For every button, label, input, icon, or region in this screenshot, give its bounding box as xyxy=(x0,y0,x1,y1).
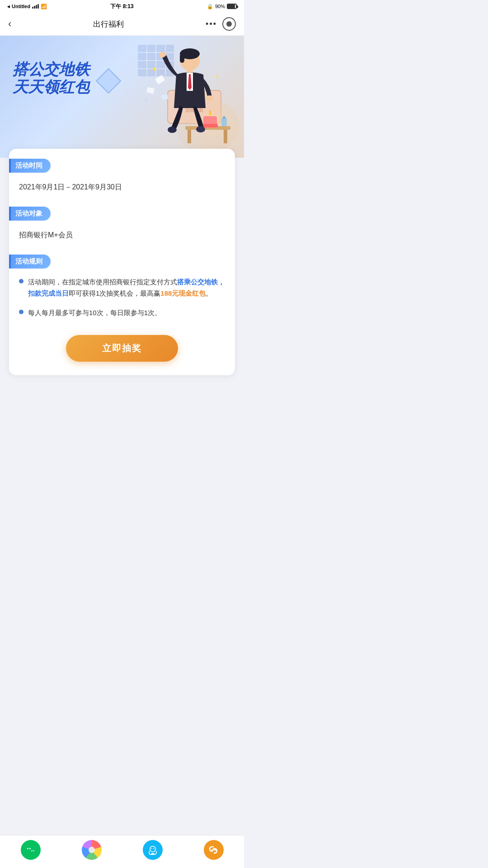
hero-text-block: 搭公交地铁 天天领红包 xyxy=(13,61,89,96)
battery-percent: 90% xyxy=(215,4,225,9)
hero-banner: 搭公交地铁 天天领红包 招商银行活动页面 xyxy=(0,36,244,158)
rule-item-2: 每人每月最多可参与10次，每日限参与1次。 xyxy=(19,307,225,319)
nav-bar: ‹ 出行福利 ••• xyxy=(0,13,244,36)
rule-highlight-prize: 188元现金红包 xyxy=(160,289,206,297)
svg-text:✦: ✦ xyxy=(151,66,157,73)
svg-rect-19 xyxy=(155,75,165,84)
svg-rect-21 xyxy=(161,94,169,100)
back-button[interactable]: ‹ xyxy=(8,18,11,30)
svg-rect-5 xyxy=(202,124,218,127)
diamond-decoration xyxy=(96,68,122,94)
rule-bullet-1 xyxy=(19,279,23,283)
svg-rect-20 xyxy=(146,87,155,94)
rule-highlight-bus: 搭乘公交地铁， xyxy=(177,278,225,286)
status-right: 🔒 90% xyxy=(207,4,237,9)
svg-text:✦: ✦ xyxy=(215,74,219,80)
battery-icon xyxy=(227,4,237,9)
hero-line2: 天天领红包 xyxy=(13,78,89,96)
section-header-rules: 活动规则 xyxy=(9,255,51,269)
svg-rect-2 xyxy=(188,130,191,143)
rule-item-1: 活动期间，在指定城市使用招商银行指定支付方式搭乘公交地铁，扣款完成当日即可获得1… xyxy=(19,277,225,299)
rule-bullet-2 xyxy=(19,310,23,314)
svg-point-18 xyxy=(196,126,205,132)
cta-wrap: 立即抽奖 xyxy=(9,330,235,362)
lock-icon: 🔒 xyxy=(207,4,213,9)
section-header-time: 活动时间 xyxy=(9,159,51,173)
more-menu-button[interactable]: ••• xyxy=(206,19,217,29)
cta-draw-button[interactable]: 立即抽奖 xyxy=(66,335,178,362)
page-content: 搭公交地铁 天天领红包 招商银行活动页面 xyxy=(0,36,244,416)
activity-target: 招商银行M+会员 xyxy=(19,227,225,245)
svg-rect-12 xyxy=(180,54,184,63)
content-card: 活动时间 2021年9月1日－2021年9月30日 活动对象 招商银行M+会员 … xyxy=(9,149,235,375)
status-time: 下午 8:13 xyxy=(110,3,133,10)
svg-rect-3 xyxy=(224,130,227,143)
app-name: Untitled xyxy=(12,4,30,9)
nav-title: 出行福利 xyxy=(93,19,124,29)
back-arrow-small: ◂ xyxy=(7,4,10,9)
status-left: ◂ Untitled 📶 xyxy=(7,4,47,9)
rule-text-2: 每人每月最多可参与10次，每日限参与1次。 xyxy=(28,307,225,319)
record-button[interactable] xyxy=(222,17,236,31)
signal-icon xyxy=(32,4,39,9)
rules-list: 活动期间，在指定城市使用招商银行指定支付方式搭乘公交地铁，扣款完成当日即可获得1… xyxy=(9,275,235,330)
nav-actions: ••• xyxy=(206,17,236,31)
person-illustration: ✦ ✦ ✧ xyxy=(131,36,239,158)
status-bar: ◂ Untitled 📶 下午 8:13 🔒 90% xyxy=(0,0,244,13)
rule-highlight-date: 扣款完成当日 xyxy=(28,289,69,297)
wifi-icon: 📶 xyxy=(41,4,47,9)
svg-text:✧: ✧ xyxy=(145,97,148,102)
svg-rect-9 xyxy=(223,116,225,119)
activity-date: 2021年9月1日－2021年9月30日 xyxy=(19,179,225,197)
section-time-content: 2021年9月1日－2021年9月30日 xyxy=(9,179,235,197)
svg-rect-7 xyxy=(210,110,211,115)
hero-line1: 搭公交地铁 xyxy=(13,61,89,78)
section-target-content: 招商银行M+会员 xyxy=(9,227,235,245)
rule-text-1: 活动期间，在指定城市使用招商银行指定支付方式搭乘公交地铁，扣款完成当日即可获得1… xyxy=(28,277,225,299)
section-header-target: 活动对象 xyxy=(9,207,51,221)
svg-point-17 xyxy=(168,127,177,133)
svg-rect-8 xyxy=(221,118,227,126)
